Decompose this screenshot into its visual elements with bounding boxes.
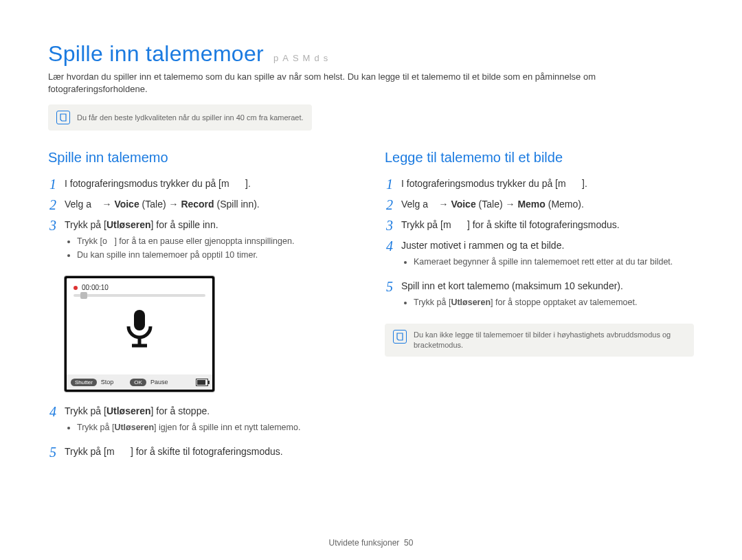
text: ] for å stoppe opptaket av talememoet. (491, 298, 637, 307)
step-number: 4 (48, 404, 58, 419)
left-step-5: 5 Trykk på [m ] for å skifte til fotogra… (48, 445, 357, 460)
left-step-1: 1 I fotograferingsmodus trykker du på [m… (48, 177, 357, 192)
text: ] for å stoppe. (151, 405, 210, 416)
left-heading: Spille inn talememo (48, 150, 357, 166)
text: Velg a → (401, 199, 451, 210)
step-number: 2 (48, 197, 58, 212)
top-tip-text: Du får den beste lydkvaliteten når du sp… (77, 113, 304, 123)
step-number: 3 (48, 218, 58, 233)
right-step-4: 4 Juster motivet i rammen og ta et bilde… (385, 238, 694, 273)
step-body: I fotograferingsmodus trykker du på [m ]… (65, 177, 357, 191)
footer-page-number: 50 (404, 538, 413, 548)
bold-text: Utløseren (114, 423, 154, 432)
step-number: 4 (385, 238, 394, 254)
step-body: Trykk på [Utløseren] for å spille inn. T… (65, 218, 357, 267)
page-footer: Utvidete funksjoner 50 (0, 538, 742, 548)
page-title: Spille inn talememoer (48, 41, 264, 67)
left-step-4: 4 Trykk på [Utløseren] for å stoppe. Try… (48, 404, 357, 439)
right-step-3: 3 Trykk på [m ] for å skifte til fotogra… (385, 218, 694, 233)
right-heading: Legge til talememo til et bilde (385, 150, 694, 166)
intro-text: Lær hvordan du spiller inn et talememo s… (48, 71, 694, 95)
camera-screen-mock: 00:00:10 Shutter Stop OK Pause (65, 276, 214, 392)
bold-text: Utløseren (106, 219, 151, 230)
note-icon (393, 330, 407, 344)
step-number: 3 (385, 218, 394, 233)
bold-text: Voice (114, 199, 139, 210)
step-body: Trykk på [Utløseren] for å stoppe. Trykk… (65, 404, 357, 439)
bold-text: Memo (517, 199, 545, 210)
text: Trykk på [ (414, 298, 451, 307)
svg-rect-0 (134, 310, 145, 331)
step-body: Trykk på [m ] for å skifte til fotografe… (65, 445, 357, 459)
text: (Spill inn). (214, 199, 260, 210)
bullet: Trykk på [Utløseren] igjen for å spille … (77, 421, 357, 434)
bullet: Du kan spille inn talememoer på opptil 1… (77, 249, 357, 261)
step-number: 5 (385, 279, 394, 294)
step-number: 1 (385, 177, 394, 192)
pause-label: Pause (150, 379, 168, 385)
shutter-pill: Shutter (71, 379, 97, 386)
step-number: 5 (48, 445, 58, 460)
text: Velg a → (65, 199, 114, 210)
mode-badges: pASMds (273, 53, 332, 63)
step-body: Velg a → Voice (Tale) → Record (Spill in… (65, 197, 357, 212)
step-body: Spill inn et kort talememo (maksimum 10 … (401, 279, 694, 314)
bullet: Trykk [o ] for å ta en pause eller gjeno… (77, 235, 357, 247)
right-step-5: 5 Spill inn et kort talememo (maksimum 1… (385, 279, 694, 314)
right-step-2: 2 Velg a → Voice (Tale) → Memo (Memo). (385, 197, 694, 212)
text: ] igjen for å spille inn et nytt talemem… (154, 423, 300, 432)
stop-label: Stop (101, 379, 114, 385)
ok-pill: OK (130, 379, 146, 386)
record-indicator-icon (74, 286, 78, 290)
bottom-bar: Shutter Stop OK Pause (67, 374, 212, 390)
text: Trykk på [ (77, 423, 114, 432)
top-tip-box: Du får den beste lydkvaliteten når du sp… (48, 104, 312, 131)
timer-text: 00:00:10 (82, 284, 109, 291)
right-tip-box: Du kan ikke legge til talememoer til bil… (385, 324, 694, 357)
text: (Tale) → (139, 199, 181, 210)
right-tip-text: Du kan ikke legge til talememoer til bil… (414, 330, 686, 350)
bold-text: Utløseren (106, 405, 151, 416)
text: Juster motivet i rammen og ta et bilde. (401, 240, 564, 251)
bullet: Trykk på [Utløseren] for å stoppe opptak… (414, 296, 694, 309)
left-step-3: 3 Trykk på [Utløseren] for å spille inn.… (48, 218, 357, 267)
text: Trykk på [ (65, 405, 106, 416)
step-body: I fotograferingsmodus trykker du på [m ]… (401, 177, 694, 191)
text: Spill inn et kort talememo (maksimum 10 … (401, 280, 623, 291)
step-body: Juster motivet i rammen og ta et bilde. … (401, 238, 694, 273)
footer-section: Utvidete funksjoner (329, 538, 400, 548)
step-body: Velg a → Voice (Tale) → Memo (Memo). (401, 197, 694, 212)
bullet: Kameraet begynner å spille inn talememoe… (414, 256, 694, 268)
right-step-1: 1 I fotograferingsmodus trykker du på [m… (385, 177, 694, 192)
text: Trykk på [ (65, 219, 106, 230)
left-step-2: 2 Velg a → Voice (Tale) → Record (Spill … (48, 197, 357, 212)
bold-text: Voice (451, 199, 475, 210)
note-icon (56, 111, 70, 124)
step-body: Trykk på [m ] for å skifte til fotografe… (401, 218, 694, 232)
step-number: 2 (385, 197, 394, 212)
screen: 00:00:10 Shutter Stop OK Pause (67, 278, 212, 390)
right-column: Legge til talememo til et bilde 1 I foto… (385, 150, 694, 465)
text: (Memo). (546, 199, 584, 210)
microphone-icon (121, 307, 158, 350)
mic-icon-wrap (67, 297, 212, 360)
text: ] for å spille inn. (151, 219, 218, 230)
bold-text: Record (181, 199, 214, 210)
left-column: Spille inn talememo 1 I fotograferingsmo… (48, 150, 357, 465)
progress-bar (74, 294, 205, 297)
recording-timer-row: 00:00:10 (67, 278, 212, 294)
step-number: 1 (48, 177, 58, 192)
title-row: Spille inn talememoer pASMds (48, 41, 694, 67)
battery-icon (196, 379, 208, 386)
text: (Tale) → (476, 199, 518, 210)
bold-text: Utløseren (451, 298, 491, 307)
